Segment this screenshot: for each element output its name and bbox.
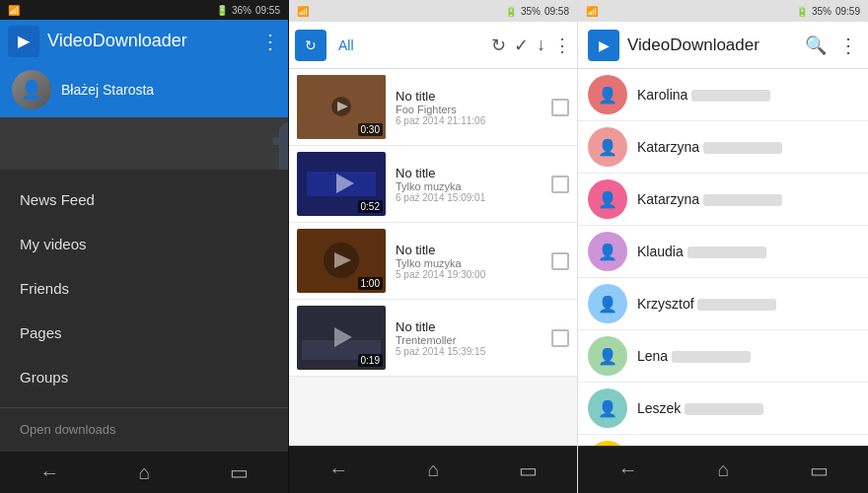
- friend-name-blurred: [672, 351, 751, 363]
- battery-icon-1: 🔋: [216, 5, 228, 16]
- avatar-image: 👤: [12, 70, 51, 109]
- sidebar-item-news-feed[interactable]: News Feed: [0, 177, 288, 222]
- home-button-2[interactable]: ⌂: [407, 451, 459, 489]
- search-button[interactable]: 🔍: [805, 35, 827, 56]
- video-duration: 0:19: [358, 354, 383, 367]
- friend-item[interactable]: 👤 Lena: [578, 330, 868, 383]
- friend-avatar: 👤: [588, 127, 627, 167]
- friend-name: Klaudia: [637, 244, 858, 259]
- sidebar-bg: f: [0, 117, 288, 170]
- sidebar-item-pages[interactable]: Pages: [0, 311, 288, 355]
- video-channel: Foo Fighters: [396, 104, 542, 115]
- bottom-nav-2: ← ⌂ ▭: [289, 446, 577, 493]
- friend-name: Krzysztof: [637, 296, 858, 312]
- video-info: No title Tylko muzyka 6 paź 2014 15:09:0…: [396, 166, 542, 203]
- avatar: 👤: [12, 70, 51, 109]
- friend-avatar: 👤: [588, 336, 627, 376]
- friend-item[interactable]: 👤 Maciej: [578, 435, 868, 446]
- video-date: 6 paź 2014 15:09:01: [396, 192, 542, 203]
- friend-item[interactable]: 👤 Klaudia: [578, 226, 868, 278]
- friend-avatar: 👤: [588, 284, 627, 323]
- status-right-2: 🔋 35% 09:58: [505, 6, 569, 17]
- video-title: No title: [396, 243, 542, 257]
- back-button-1[interactable]: ←: [20, 454, 79, 492]
- video-checkbox[interactable]: [551, 252, 569, 270]
- more-button-2[interactable]: ⋮: [553, 35, 571, 56]
- friend-item[interactable]: 👤 Leszek: [578, 383, 868, 435]
- friend-item[interactable]: 👤 Katarzyna: [578, 121, 868, 174]
- friend-name-blurred: [691, 90, 770, 102]
- friends-app-bar: ▶ VideoDownloader 🔍 ⋮: [578, 22, 868, 69]
- status-bar-2: 📶 🔋 35% 09:58: [289, 0, 577, 22]
- friend-name: Katarzyna: [637, 139, 858, 155]
- app-bar-1: ▶ VideoDownloader ⋮: [0, 20, 288, 62]
- video-info: No title Trentemoller 5 paź 2014 15:39:1…: [396, 319, 542, 357]
- video-item[interactable]: 0:19 No title Trentemoller 5 paź 2014 15…: [289, 300, 577, 377]
- more-button-1[interactable]: ⋮: [260, 30, 280, 53]
- time-2: 09:58: [544, 6, 569, 17]
- friend-item[interactable]: 👤 Karolina: [578, 69, 868, 121]
- friend-name-blurred: [703, 194, 782, 206]
- refresh-button[interactable]: ↻: [491, 35, 506, 56]
- video-date: 6 paź 2014 21:11:06: [396, 115, 542, 126]
- bottom-nav-3: ← ⌂ ▭: [578, 446, 868, 493]
- video-checkbox[interactable]: [551, 329, 569, 347]
- friend-name-blurred: [697, 299, 776, 311]
- video-item[interactable]: 0:30 No title Foo Fighters 6 paź 2014 21…: [289, 69, 577, 146]
- phone-icon: 📶: [8, 5, 20, 16]
- status-right-3: 🔋 35% 09:59: [796, 6, 860, 17]
- back-button-3[interactable]: ←: [598, 451, 657, 489]
- back-button-2[interactable]: ←: [309, 451, 368, 489]
- video-title: No title: [396, 89, 542, 104]
- friends-list: 👤 Karolina 👤 Katarzyna 👤 Katarzyna: [578, 69, 868, 446]
- home-button-1[interactable]: ⌂: [118, 454, 170, 492]
- download-button[interactable]: ↓: [537, 35, 545, 55]
- video-checkbox[interactable]: [551, 176, 569, 193]
- sidebar-item-friends[interactable]: Friends: [0, 266, 288, 311]
- video-thumbnail: 0:52: [297, 152, 386, 216]
- video-item[interactable]: 0:52 No title Tylko muzyka 6 paź 2014 15…: [289, 146, 577, 223]
- sidebar-item-groups[interactable]: Groups: [0, 355, 288, 399]
- video-duration: 1:00: [358, 277, 383, 290]
- video-thumbnail: 0:19: [297, 306, 386, 370]
- status-right-1: 🔋 36% 09:55: [216, 5, 280, 16]
- friend-name: Leszek: [637, 400, 858, 416]
- friend-item[interactable]: 👤 Katarzyna: [578, 174, 868, 226]
- video-thumbnail: 1:00: [297, 229, 386, 293]
- friends-app-title: VideoDownloader: [627, 35, 797, 55]
- video-checkbox[interactable]: [551, 99, 569, 116]
- video-date: 5 paź 2014 15:39:15: [396, 346, 542, 357]
- battery-pct-3: 35%: [812, 6, 832, 17]
- more-button-3[interactable]: ⋮: [838, 34, 858, 57]
- recents-button-3[interactable]: ▭: [790, 451, 848, 490]
- friend-name: Katarzyna: [637, 191, 858, 207]
- status-left-2: 📶: [297, 6, 309, 17]
- app-logo-1: ▶: [8, 26, 39, 57]
- friend-name: Karolina: [637, 87, 858, 103]
- status-left-1: 📶: [8, 5, 20, 16]
- battery-icon-2: 🔋: [505, 6, 517, 17]
- video-thumbnail: 0:30: [297, 75, 386, 139]
- video-info: No title Tylko muzyka 5 paź 2014 19:30:0…: [396, 243, 542, 280]
- friend-avatar: 👤: [588, 232, 627, 271]
- time-3: 09:59: [835, 6, 860, 17]
- sidebar-item-my-videos[interactable]: My videos: [0, 222, 288, 266]
- open-downloads-button[interactable]: Open downloads: [0, 407, 288, 451]
- time-1: 09:55: [255, 5, 280, 16]
- recents-button-2[interactable]: ▭: [499, 451, 557, 490]
- friend-name: Lena: [637, 348, 858, 364]
- video-actions: ↻ ✓ ↓ ⋮: [491, 35, 571, 56]
- nav-list: News Feed My videos Friends Pages Groups: [0, 170, 288, 407]
- battery-pct-1: 36%: [232, 5, 252, 16]
- video-info: No title Foo Fighters 6 paź 2014 21:11:0…: [396, 89, 542, 126]
- friend-item[interactable]: 👤 Krzysztof: [578, 278, 868, 330]
- user-name: Błażej Starosta: [61, 82, 154, 98]
- check-button[interactable]: ✓: [514, 35, 529, 56]
- recents-button-1[interactable]: ▭: [210, 453, 268, 492]
- video-item[interactable]: 1:00 No title Tylko muzyka 5 paź 2014 19…: [289, 223, 577, 300]
- video-list-panel: 📶 🔋 35% 09:58 ↻ All ↻ ✓ ↓ ⋮: [289, 0, 578, 493]
- battery-pct-2: 35%: [521, 6, 541, 17]
- tab-all[interactable]: All: [330, 37, 362, 53]
- video-title: No title: [396, 319, 542, 334]
- home-button-3[interactable]: ⌂: [697, 451, 749, 489]
